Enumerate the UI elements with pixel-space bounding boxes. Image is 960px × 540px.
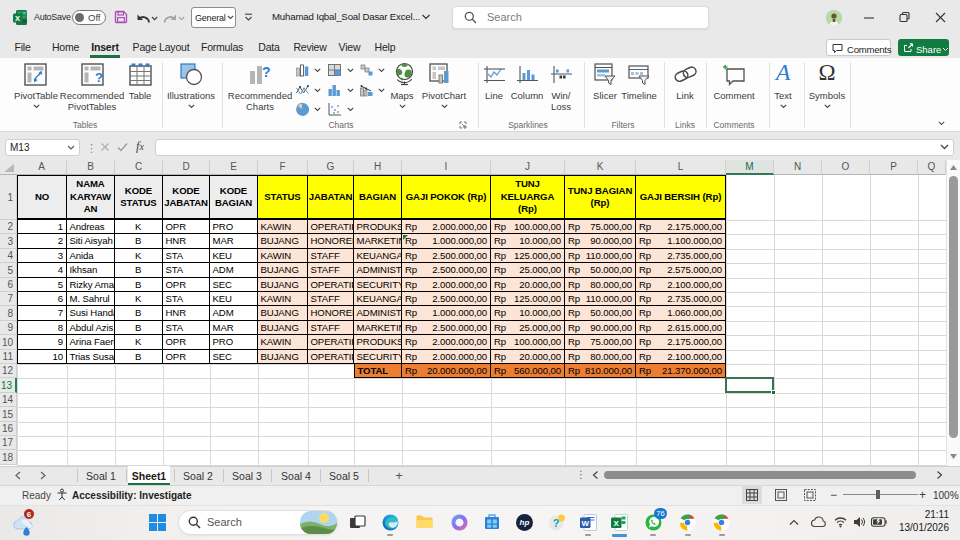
svg-text:X: X bbox=[614, 519, 620, 528]
svg-text:?: ? bbox=[262, 64, 271, 80]
svg-text:X: X bbox=[15, 14, 20, 23]
svg-text:W: W bbox=[581, 519, 589, 528]
svg-text:?: ? bbox=[95, 70, 103, 85]
